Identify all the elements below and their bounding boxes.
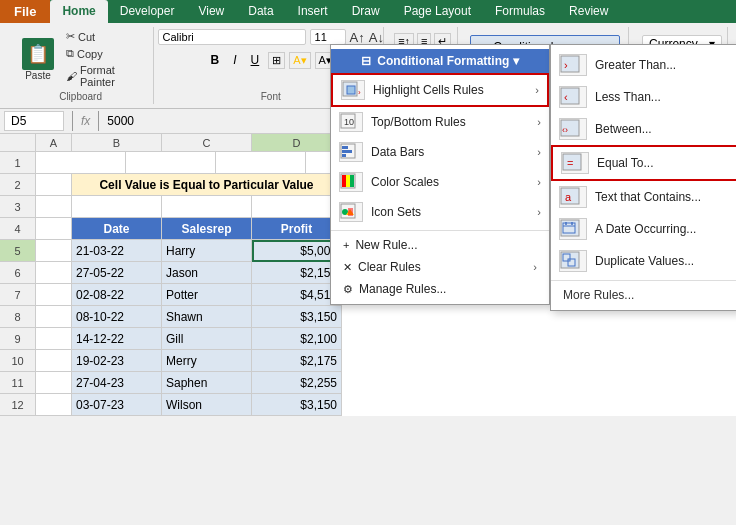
- tab-developer[interactable]: Developer: [108, 0, 187, 23]
- cell-b3[interactable]: [72, 196, 162, 218]
- cell-a5[interactable]: [36, 240, 72, 262]
- cell-d6[interactable]: $2,150: [252, 262, 342, 284]
- cell-a7[interactable]: [36, 284, 72, 306]
- between-icon: ‹›: [559, 118, 587, 140]
- cell-c1[interactable]: [126, 152, 216, 174]
- cf-menu-header[interactable]: ⊟ Conditional Formatting ▾: [331, 49, 549, 73]
- svg-rect-34: [568, 259, 575, 266]
- tab-formulas[interactable]: Formulas: [483, 0, 557, 23]
- copy-button[interactable]: ⧉ Copy: [63, 46, 145, 61]
- sub-item-lessthan[interactable]: ‹ Less Than...: [551, 81, 736, 113]
- cell-b5[interactable]: 21-03-22: [72, 240, 162, 262]
- cell-b6[interactable]: 27-05-22: [72, 262, 162, 284]
- col-header-b: B: [72, 134, 162, 152]
- cell-b11[interactable]: 27-04-23: [72, 372, 162, 394]
- paste-button[interactable]: 📋 Paste: [16, 36, 60, 83]
- greaterthan-label: Greater Than...: [595, 58, 731, 72]
- formatpainter-button[interactable]: 🖌 Format Painter: [63, 63, 145, 89]
- cell-d4[interactable]: Profit: [252, 218, 342, 240]
- cf-item-iconsets[interactable]: Icon Sets ›: [331, 197, 549, 227]
- cell-c4[interactable]: Salesrep: [162, 218, 252, 240]
- tab-home[interactable]: Home: [50, 0, 107, 23]
- sub-item-duplicates[interactable]: Duplicate Values...: [551, 245, 736, 277]
- clipboard-group: 📋 Paste ✂ Cut ⧉ Copy 🖌 Format Painter Cl…: [8, 27, 154, 104]
- cf-item-clearrules[interactable]: ✕ Clear Rules ›: [331, 256, 549, 278]
- cf-item-topbottom[interactable]: 10 Top/Bottom Rules ›: [331, 107, 549, 137]
- cell-c9[interactable]: Gill: [162, 328, 252, 350]
- svg-text:‹: ‹: [564, 91, 568, 103]
- cell-c6[interactable]: Jason: [162, 262, 252, 284]
- cell-reference-input[interactable]: [4, 111, 64, 131]
- cell-a3[interactable]: [36, 196, 72, 218]
- cell-d7[interactable]: $4,510: [252, 284, 342, 306]
- cell-d5[interactable]: $5,000: [252, 240, 342, 262]
- underline-button[interactable]: U: [246, 51, 265, 69]
- cell-a11[interactable]: [36, 372, 72, 394]
- bold-button[interactable]: B: [206, 51, 225, 69]
- cf-item-newrule[interactable]: + New Rule...: [331, 234, 549, 256]
- cell-b4[interactable]: Date: [72, 218, 162, 240]
- colorscales-arrow-icon: ›: [537, 176, 541, 188]
- cell-b8[interactable]: 08-10-22: [72, 306, 162, 328]
- cell-a4[interactable]: [36, 218, 72, 240]
- more-rules-link[interactable]: More Rules...: [551, 284, 736, 306]
- cell-d12[interactable]: $3,150: [252, 394, 342, 416]
- increase-font-button[interactable]: A↑: [350, 30, 365, 45]
- cell-c7[interactable]: Potter: [162, 284, 252, 306]
- cell-d1[interactable]: [216, 152, 306, 174]
- font-size-input[interactable]: [310, 29, 346, 45]
- cell-d11[interactable]: $2,255: [252, 372, 342, 394]
- sub-item-equalto[interactable]: = Equal To...: [551, 145, 736, 181]
- italic-button[interactable]: I: [228, 51, 241, 69]
- tab-insert[interactable]: Insert: [286, 0, 340, 23]
- newrule-icon: +: [343, 239, 349, 251]
- tab-pagelayout[interactable]: Page Layout: [392, 0, 483, 23]
- cell-a10[interactable]: [36, 350, 72, 372]
- cell-a8[interactable]: [36, 306, 72, 328]
- border-button[interactable]: ⊞: [268, 52, 285, 69]
- sub-item-dateoccurring[interactable]: A Date Occurring...: [551, 213, 736, 245]
- sub-item-greaterthan[interactable]: › Greater Than...: [551, 49, 736, 81]
- cell-a12[interactable]: [36, 394, 72, 416]
- file-tab[interactable]: File: [0, 0, 50, 23]
- cell-b7[interactable]: 02-08-22: [72, 284, 162, 306]
- cell-c12[interactable]: Wilson: [162, 394, 252, 416]
- cell-a9[interactable]: [36, 328, 72, 350]
- cell-c10[interactable]: Merry: [162, 350, 252, 372]
- svg-rect-7: [342, 150, 352, 153]
- clearrules-arrow-icon: ›: [533, 261, 537, 273]
- cell-c11[interactable]: Saphen: [162, 372, 252, 394]
- tab-data[interactable]: Data: [236, 0, 285, 23]
- cf-item-colorscales[interactable]: Color Scales ›: [331, 167, 549, 197]
- cell-c5[interactable]: Harry: [162, 240, 252, 262]
- paste-label: Paste: [25, 70, 51, 81]
- decrease-font-button[interactable]: A↓: [369, 30, 384, 45]
- sub-item-textcontains[interactable]: a Text that Contains...: [551, 181, 736, 213]
- tab-review[interactable]: Review: [557, 0, 620, 23]
- cell-a2[interactable]: [36, 174, 72, 196]
- cell-b9[interactable]: 14-12-22: [72, 328, 162, 350]
- fill-color-button[interactable]: A▾: [289, 52, 310, 69]
- cf-menu[interactable]: ⊟ Conditional Formatting ▾ › Highlight C…: [330, 44, 550, 305]
- cf-item-databars[interactable]: Data Bars ›: [331, 137, 549, 167]
- cell-c8[interactable]: Shawn: [162, 306, 252, 328]
- cell-merged-b2[interactable]: Cell Value is Equal to Particular Value: [72, 174, 342, 196]
- font-name-input[interactable]: [158, 29, 306, 45]
- highlight-cells-submenu[interactable]: › Greater Than... ‹ Less Than... ‹› Be: [550, 44, 736, 311]
- tab-view[interactable]: View: [186, 0, 236, 23]
- cell-a6[interactable]: [36, 262, 72, 284]
- cut-button[interactable]: ✂ Cut: [63, 29, 145, 44]
- cell-b12[interactable]: 03-07-23: [72, 394, 162, 416]
- cf-item-highlight[interactable]: › Highlight Cells Rules ›: [331, 73, 549, 107]
- cell-b10[interactable]: 19-02-23: [72, 350, 162, 372]
- cell-c3[interactable]: [162, 196, 252, 218]
- cell-d3[interactable]: [252, 196, 342, 218]
- cell-d9[interactable]: $2,100: [252, 328, 342, 350]
- sub-item-between[interactable]: ‹› Between...: [551, 113, 736, 145]
- cf-item-managerules[interactable]: ⚙ Manage Rules...: [331, 278, 549, 300]
- font-group-label: Font: [261, 89, 281, 102]
- cell-b1[interactable]: [36, 152, 126, 174]
- cell-d10[interactable]: $2,175: [252, 350, 342, 372]
- tab-draw[interactable]: Draw: [340, 0, 392, 23]
- cell-d8[interactable]: $3,150: [252, 306, 342, 328]
